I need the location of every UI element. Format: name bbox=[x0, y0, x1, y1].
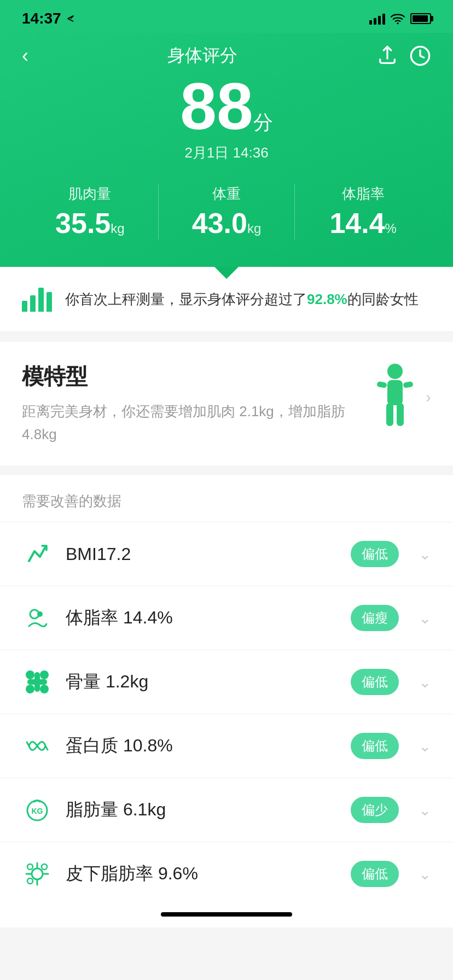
metric-fat: 体脂率 14.4% bbox=[294, 184, 431, 240]
home-indicator bbox=[161, 912, 292, 917]
metric-muscle-value: 35.5 bbox=[55, 207, 111, 239]
metric-row-protein-label: 蛋白质 10.8% bbox=[66, 734, 338, 758]
fatweight-chevron-icon: ⌄ bbox=[419, 801, 431, 819]
svg-line-21 bbox=[45, 746, 48, 750]
bar-chart-icon bbox=[22, 287, 52, 312]
svg-line-20 bbox=[27, 742, 29, 746]
svg-rect-7 bbox=[387, 380, 403, 405]
metric-row-bone-label: 骨量 1.2kg bbox=[66, 670, 338, 694]
battery-icon bbox=[410, 13, 431, 24]
metric-row-fatweight-label: 脂肪量 6.1kg bbox=[66, 798, 338, 822]
metric-muscle: 肌肉量 35.5kg bbox=[22, 184, 158, 240]
bone-icon bbox=[22, 667, 53, 697]
metric-weight-unit: kg bbox=[247, 221, 261, 236]
bodyfat-icon bbox=[22, 603, 53, 633]
svg-rect-19 bbox=[27, 679, 47, 685]
metric-row-subcutaneous-label: 皮下脂肪率 9.6% bbox=[66, 862, 338, 886]
metric-row-bmi[interactable]: BMI17.2 偏低 ⌄ bbox=[0, 522, 453, 586]
metric-row-bone[interactable]: 骨量 1.2kg 偏低 ⌄ bbox=[0, 650, 453, 714]
score-date: 2月1日 14:36 bbox=[22, 143, 431, 162]
model-desc: 距离完美身材，你还需要增加肌肉 2.1kg，增加脂肪 4.8kg bbox=[22, 400, 362, 446]
metric-fat-unit: % bbox=[385, 221, 397, 236]
fatweight-icon: KG bbox=[22, 795, 53, 825]
svg-rect-9 bbox=[403, 381, 413, 388]
share-icon[interactable] bbox=[376, 45, 398, 67]
human-figure-icon bbox=[373, 361, 417, 433]
back-button[interactable]: ‹ bbox=[22, 44, 28, 67]
svg-rect-11 bbox=[397, 403, 404, 426]
hero-section: ‹ 身体评分 88分 2月1日 14:36 肌肉量 35.5kg bbox=[0, 33, 453, 267]
metric-row-subcutaneous-badge: 偏低 bbox=[351, 861, 399, 887]
hero-pointer bbox=[214, 267, 239, 279]
metric-row-subcutaneous[interactable]: 皮下脂肪率 9.6% 偏低 ⌄ bbox=[0, 842, 453, 906]
metric-weight: 体重 43.0kg bbox=[158, 184, 295, 240]
svg-point-31 bbox=[27, 878, 33, 884]
model-type-card[interactable]: 模特型 距离完美身材，你还需要增加肌肉 2.1kg，增加脂肪 4.8kg › bbox=[0, 342, 453, 465]
svg-point-13 bbox=[37, 611, 43, 617]
metric-row-bodyfat[interactable]: 体脂率 14.4% 偏瘦 ⌄ bbox=[0, 586, 453, 650]
svg-point-16 bbox=[26, 685, 34, 693]
metrics-row: 肌肉量 35.5kg 体重 43.0kg 体脂率 14.4% bbox=[22, 184, 431, 240]
bottom-indicator bbox=[0, 906, 453, 928]
status-icons bbox=[369, 13, 431, 25]
svg-point-3 bbox=[397, 22, 398, 24]
model-figure-area: › bbox=[373, 361, 431, 433]
improvement-header: 需要改善的数据 bbox=[0, 475, 453, 522]
subcutaneous-icon bbox=[22, 859, 53, 889]
metric-weight-value: 43.0 bbox=[192, 207, 247, 239]
model-section: 模特型 距离完美身材，你还需要增加肌肉 2.1kg，增加脂肪 4.8kg › bbox=[22, 361, 431, 446]
metric-row-fatweight[interactable]: KG 脂肪量 6.1kg 偏少 ⌄ bbox=[0, 778, 453, 842]
svg-point-29 bbox=[27, 864, 33, 870]
metric-fat-value: 14.4 bbox=[329, 207, 385, 239]
metric-weight-label: 体重 bbox=[159, 184, 295, 203]
hero-nav: ‹ 身体评分 bbox=[22, 44, 431, 68]
insight-highlight: 92.8% bbox=[307, 291, 347, 307]
svg-point-6 bbox=[387, 364, 403, 379]
svg-rect-10 bbox=[386, 403, 393, 426]
score-display: 88分 bbox=[22, 73, 431, 139]
location-icon bbox=[66, 14, 76, 24]
status-bar: 14:37 bbox=[0, 0, 453, 33]
metric-muscle-unit: kg bbox=[111, 221, 124, 236]
model-content: 模特型 距离完美身材，你还需要增加肌肉 2.1kg，增加脂肪 4.8kg bbox=[22, 361, 373, 446]
svg-text:KG: KG bbox=[32, 807, 43, 815]
insight-icon bbox=[22, 287, 52, 312]
svg-point-14 bbox=[26, 670, 34, 679]
metric-fat-label: 体脂率 bbox=[295, 184, 431, 203]
svg-point-30 bbox=[42, 864, 47, 870]
metric-row-protein-badge: 偏低 bbox=[351, 733, 399, 759]
metric-row-protein[interactable]: 蛋白质 10.8% 偏低 ⌄ bbox=[0, 714, 453, 778]
model-chevron-icon: › bbox=[426, 388, 431, 406]
score-unit: 分 bbox=[253, 111, 273, 133]
svg-rect-8 bbox=[376, 381, 387, 388]
bmi-icon bbox=[22, 539, 53, 569]
status-time: 14:37 bbox=[22, 10, 61, 27]
score-value: 88 bbox=[180, 69, 253, 143]
history-icon[interactable] bbox=[409, 45, 431, 67]
metric-row-bmi-badge: 偏低 bbox=[351, 541, 399, 567]
svg-point-15 bbox=[40, 670, 49, 679]
svg-point-17 bbox=[40, 685, 49, 693]
hero-actions bbox=[376, 45, 431, 67]
wifi-icon bbox=[391, 13, 405, 25]
page-title: 身体评分 bbox=[28, 44, 376, 68]
improvement-section: 需要改善的数据 BMI17.2 偏低 ⌄ 体脂率 14.4% 偏瘦 ⌄ bbox=[0, 475, 453, 906]
metric-row-bmi-label: BMI17.2 bbox=[66, 544, 338, 564]
protein-icon bbox=[22, 731, 53, 761]
insight-text: 你首次上秤测量，显示身体评分超过了92.8%的同龄女性 bbox=[65, 289, 419, 310]
bone-chevron-icon: ⌄ bbox=[419, 673, 431, 691]
metric-muscle-label: 肌肉量 bbox=[22, 184, 158, 203]
protein-chevron-icon: ⌄ bbox=[419, 737, 431, 755]
metric-row-bone-badge: 偏低 bbox=[351, 669, 399, 695]
metric-row-bodyfat-label: 体脂率 14.4% bbox=[66, 606, 338, 630]
svg-line-1 bbox=[67, 19, 73, 21]
metric-row-bodyfat-badge: 偏瘦 bbox=[351, 605, 399, 631]
signal-icon bbox=[369, 13, 385, 25]
bmi-chevron-icon: ⌄ bbox=[419, 545, 431, 563]
bodyfat-chevron-icon: ⌄ bbox=[419, 609, 431, 627]
subcutaneous-chevron-icon: ⌄ bbox=[419, 865, 431, 883]
svg-point-24 bbox=[32, 868, 43, 879]
metric-row-fatweight-badge: 偏少 bbox=[351, 797, 399, 823]
model-title: 模特型 bbox=[22, 361, 362, 392]
